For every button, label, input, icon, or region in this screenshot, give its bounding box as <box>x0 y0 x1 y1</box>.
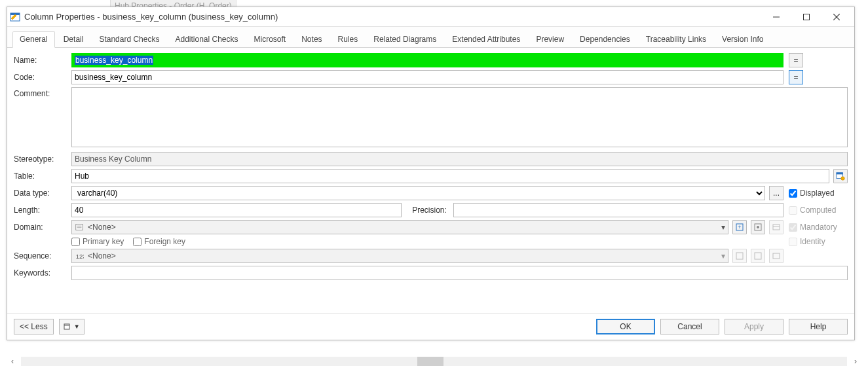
keywords-field[interactable] <box>71 266 848 280</box>
code-equals-button[interactable]: = <box>789 70 803 84</box>
close-button[interactable] <box>821 8 852 26</box>
customize-menu-button[interactable]: ▼ <box>59 319 85 334</box>
svg-rect-7 <box>837 173 843 175</box>
displayed-checkbox[interactable]: Displayed <box>789 189 848 198</box>
precision-label: Precision: <box>406 206 449 215</box>
tab-dependencies[interactable]: Dependencies <box>573 31 637 48</box>
precision-field[interactable] <box>453 203 783 217</box>
name-equals-button[interactable]: = <box>789 53 803 67</box>
sequence-select-button[interactable] <box>751 249 765 263</box>
stereotype-label: Stereotype: <box>14 154 66 164</box>
apply-button[interactable]: Apply <box>725 319 783 334</box>
tab-related-diagrams[interactable]: Related Diagrams <box>366 31 443 48</box>
domain-icon <box>75 223 84 232</box>
sequence-label: Sequence: <box>14 251 66 261</box>
tab-microsoft[interactable]: Microsoft <box>247 31 293 48</box>
datatype-label: Data type: <box>14 189 66 198</box>
tab-notes[interactable]: Notes <box>294 31 329 48</box>
svg-rect-14 <box>773 225 780 230</box>
domain-properties-button[interactable] <box>769 220 783 234</box>
svg-rect-3 <box>804 14 810 20</box>
tab-standard-checks[interactable]: Standard Checks <box>92 31 166 48</box>
datatype-select[interactable]: varchar(40) <box>71 186 765 200</box>
sequence-icon: 123 <box>75 251 84 261</box>
table-label: Table: <box>14 171 66 181</box>
computed-checkbox: Computed <box>789 206 848 215</box>
identity-checkbox: Identity <box>789 237 848 246</box>
tab-rules[interactable]: Rules <box>331 31 366 48</box>
minimize-button[interactable] <box>761 8 791 26</box>
cancel-button[interactable]: Cancel <box>660 319 719 334</box>
dialog-window: Column Properties - business_key_column … <box>7 7 855 340</box>
domain-create-button[interactable]: + <box>732 220 747 234</box>
svg-rect-19 <box>773 253 780 259</box>
table-icon <box>10 12 20 22</box>
form: Name: business_key_column = Code: = Comm… <box>7 48 854 285</box>
mandatory-checkbox: Mandatory <box>789 223 848 232</box>
code-label: Code: <box>14 73 66 82</box>
tab-additional-checks[interactable]: Additional Checks <box>168 31 245 48</box>
svg-rect-9 <box>76 225 83 230</box>
tab-traceability-links[interactable]: Traceability Links <box>639 31 713 48</box>
tab-preview[interactable]: Preview <box>529 31 571 48</box>
svg-rect-17 <box>736 253 743 259</box>
domain-select[interactable]: <None> ▾ <box>71 220 728 234</box>
tab-detail[interactable]: Detail <box>56 31 91 48</box>
comment-field[interactable] <box>71 87 848 147</box>
tab-version-info[interactable]: Version Info <box>715 31 770 48</box>
domain-select-button[interactable] <box>751 220 765 234</box>
sequence-select[interactable]: 123 <None> ▾ <box>71 249 728 263</box>
stereotype-field[interactable] <box>71 152 848 166</box>
svg-text:+: + <box>738 224 741 230</box>
tab-extended-attributes[interactable]: Extended Attributes <box>445 31 527 48</box>
scroll-left-icon[interactable]: ‹ <box>7 357 18 366</box>
datatype-ellipsis-button[interactable]: ... <box>769 186 783 200</box>
scroll-right-icon[interactable]: › <box>850 357 861 366</box>
length-label: Length: <box>14 206 66 215</box>
sequence-create-button[interactable] <box>732 249 747 263</box>
less-button[interactable]: << Less <box>14 319 54 334</box>
help-button[interactable]: Help <box>789 319 848 334</box>
maximize-button[interactable] <box>791 8 821 26</box>
code-field[interactable] <box>71 70 783 84</box>
domain-label: Domain: <box>14 223 66 232</box>
horizontal-scrollbar[interactable]: ‹ › <box>7 355 861 367</box>
tab-strip: GeneralDetailStandard ChecksAdditional C… <box>7 27 854 48</box>
foreign-key-checkbox[interactable]: Foreign key <box>133 237 185 246</box>
svg-rect-20 <box>64 324 69 329</box>
table-field[interactable] <box>71 169 829 183</box>
keywords-label: Keywords: <box>14 268 66 278</box>
svg-rect-18 <box>755 253 761 259</box>
svg-point-8 <box>841 177 844 180</box>
primary-key-checkbox[interactable]: Primary key <box>71 237 124 246</box>
window-title: Column Properties - business_key_column … <box>24 12 761 22</box>
dialog-footer: << Less ▼ OK Cancel Apply Help <box>7 313 854 340</box>
name-field[interactable]: business_key_column <box>71 53 783 67</box>
ok-button[interactable]: OK <box>596 319 655 334</box>
comment-label: Comment: <box>14 87 66 98</box>
svg-point-13 <box>757 226 759 228</box>
name-label: Name: <box>14 56 66 65</box>
titlebar: Column Properties - business_key_column … <box>7 7 854 27</box>
table-properties-button[interactable] <box>833 169 848 183</box>
svg-text:123: 123 <box>76 253 84 260</box>
length-field[interactable] <box>71 203 402 217</box>
tab-general[interactable]: General <box>12 31 55 48</box>
sequence-properties-button[interactable] <box>769 249 783 263</box>
